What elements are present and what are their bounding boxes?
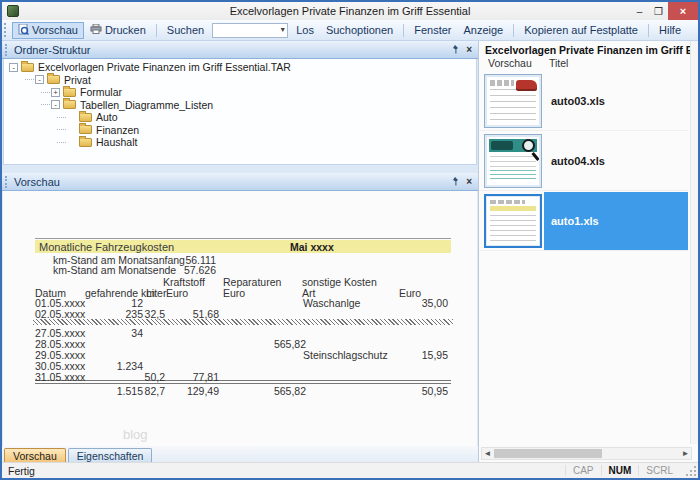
- tab-vorschau[interactable]: Vorschau: [4, 448, 66, 463]
- sheet-month: Mai xxxx: [290, 241, 334, 253]
- fenster-menu[interactable]: Fenster: [408, 22, 457, 38]
- status-message: Fertig: [8, 465, 35, 477]
- drucken-button[interactable]: Drucken: [84, 22, 152, 38]
- total-reparaturen-euro: 565,82: [227, 385, 306, 397]
- anzeige-menu[interactable]: Anzeige: [457, 22, 509, 38]
- los-label: Los: [296, 24, 314, 36]
- collapse-icon[interactable]: -: [51, 100, 60, 109]
- preview-panel-title: Vorschau: [14, 176, 60, 188]
- scroll-right-icon[interactable]: ►: [680, 448, 691, 459]
- vorschau-button[interactable]: Vorschau: [12, 22, 84, 39]
- suchoptionen-label: Suchoptionen: [326, 24, 393, 36]
- preview-body: Monatliche Fahrzeugkosten Mai xxxx km-St…: [3, 191, 477, 446]
- horizontal-scrollbar[interactable]: ◄ ►: [481, 447, 692, 460]
- toolbar-grip[interactable]: [4, 23, 9, 37]
- tree-connector: [57, 142, 66, 143]
- file-label-area[interactable]: auto04.xls: [544, 132, 688, 190]
- vertical-scrollbar[interactable]: [690, 41, 698, 444]
- tree-item-label: Excelvorlagen Private Finanzen im Griff …: [38, 61, 291, 73]
- tree-item[interactable]: -Tabellen_Diagramme_Listen: [4, 99, 476, 112]
- preview-panel-header: Vorschau ×: [2, 173, 478, 191]
- km-end-row: km-Stand am Monatsende 57.626: [15, 264, 465, 275]
- sheet-cell-liter: 50,2: [125, 371, 165, 383]
- tree-item[interactable]: -Privat: [4, 74, 476, 87]
- tree-item-label: Formular: [80, 86, 122, 98]
- drucken-button-label: Drucken: [105, 24, 146, 36]
- hilfe-label: Hilfe: [659, 24, 681, 36]
- tree-item-label: Tabellen_Diagramme_Listen: [80, 99, 213, 111]
- sheet-title-band: Monatliche Fahrzeugkosten Mai xxxx: [35, 240, 451, 253]
- app-window: Excelvorlagen Private Finanzen im Griff …: [0, 0, 700, 480]
- column-header-titel[interactable]: Titel: [549, 57, 568, 69]
- expand-icon[interactable]: +: [51, 88, 60, 97]
- suchen-label[interactable]: Suchen: [161, 22, 210, 38]
- main-area: Ordner-Struktur × -Excelvorlagen Private…: [2, 41, 698, 464]
- file-thumbnail[interactable]: [484, 194, 542, 248]
- sheet-data-row: 27.05.xxxx34: [15, 327, 465, 338]
- panel-close-icon[interactable]: ×: [466, 45, 472, 55]
- sheet-data-row: 02.05.xxxx23532,551,68: [15, 308, 465, 319]
- sheet-top-line: [35, 238, 451, 239]
- yellow-sheet-thumbnail-art: [487, 197, 539, 245]
- panel-grip[interactable]: [5, 44, 9, 56]
- total-liter: 82,7: [125, 385, 165, 397]
- maximize-button[interactable]: ❐: [649, 2, 668, 20]
- file-row[interactable]: auto03.xls: [479, 71, 688, 131]
- suchen-text: Suchen: [167, 24, 204, 36]
- selected-file-label-area[interactable]: auto1.xls: [544, 192, 688, 250]
- minimize-button[interactable]: –: [630, 2, 649, 20]
- toolbar-separator: [648, 24, 649, 37]
- file-row[interactable]: auto04.xls: [479, 131, 688, 191]
- suchoptionen-menu[interactable]: Suchoptionen: [320, 22, 399, 38]
- tree-item[interactable]: +Formular: [4, 86, 476, 99]
- file-row[interactable]: auto1.xls: [479, 191, 688, 251]
- indicator-scrl: SCRL: [638, 465, 680, 476]
- collapse-icon[interactable]: -: [9, 63, 18, 72]
- file-panel-title: Excelvorlagen Private Finanzen im Griff …: [479, 41, 698, 57]
- column-header-vorschau[interactable]: Vorschau: [488, 57, 532, 69]
- close-button[interactable]: ×: [668, 2, 698, 20]
- tree-item[interactable]: Haushalt: [4, 136, 476, 149]
- kopieren-menu[interactable]: Kopieren auf Festplatte: [518, 22, 644, 38]
- panel-grip[interactable]: [5, 176, 9, 188]
- file-label-area[interactable]: auto03.xls: [544, 72, 688, 130]
- tree-item[interactable]: Finanzen: [4, 124, 476, 137]
- file-title: auto04.xls: [551, 155, 605, 167]
- search-input[interactable]: [213, 24, 287, 37]
- scroll-left-icon[interactable]: ◄: [482, 448, 493, 459]
- sheet-title: Monatliche Fahrzeugkosten: [39, 241, 174, 253]
- file-thumbnail[interactable]: [484, 134, 542, 188]
- folder-icon: [63, 100, 76, 109]
- panel-close-icon[interactable]: ×: [466, 177, 472, 187]
- scrollbar-thumb[interactable]: [494, 449, 602, 458]
- totals-row: 1.515 82,7 129,49 565,82 50,95: [15, 385, 465, 396]
- tree-connector: [41, 92, 50, 93]
- keyboard-indicators: CAPNUMSCRL: [565, 464, 680, 478]
- pin-icon[interactable]: [451, 45, 459, 54]
- tab-eigenschaften[interactable]: Eigenschaften: [68, 448, 153, 463]
- folder-panel-title: Ordner-Struktur: [14, 44, 90, 56]
- tree-item[interactable]: Auto: [4, 111, 476, 124]
- tree-item-label: Finanzen: [96, 124, 139, 136]
- search-combobox[interactable]: ▼: [212, 23, 288, 38]
- sheet-data-row: 30.05.xxxx1.234: [15, 360, 465, 371]
- los-button[interactable]: Los: [290, 22, 320, 38]
- toolbar-separator: [513, 24, 514, 37]
- tree-item[interactable]: -Excelvorlagen Private Finanzen im Griff…: [4, 61, 476, 74]
- collapse-icon[interactable]: -: [35, 75, 44, 84]
- file-thumbnail[interactable]: [484, 74, 542, 128]
- km-end-value: 57.626: [152, 264, 216, 276]
- tree-connector: [41, 104, 50, 105]
- file-list: auto03.xlsauto04.xlsauto1.xls: [479, 71, 688, 444]
- pin-icon[interactable]: [451, 177, 459, 186]
- tree-item-label: Haushalt: [96, 136, 137, 148]
- file-list-column-headers: Vorschau Titel: [479, 57, 698, 72]
- vorschau-button-label: Vorschau: [32, 24, 78, 36]
- folder-icon: [79, 125, 92, 134]
- hilfe-menu[interactable]: Hilfe: [653, 22, 687, 38]
- truck-magnifier-sheet-thumbnail-art: [487, 137, 539, 185]
- combobox-dropdown-icon[interactable]: ▼: [279, 26, 286, 33]
- window-title: Excelvorlagen Private Finanzen im Griff …: [2, 5, 698, 17]
- resize-grip[interactable]: [685, 465, 697, 477]
- sheet-data-row: 28.05.xxxx565,82: [15, 338, 465, 349]
